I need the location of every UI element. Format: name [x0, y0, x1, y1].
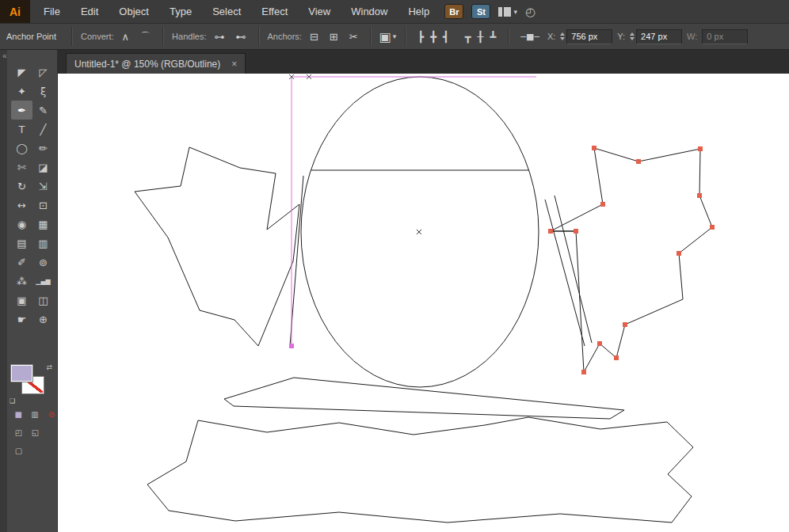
show-handles-icon[interactable]: ⊶ — [212, 29, 228, 44]
line-segment-tool[interactable]: ╱ — [32, 120, 54, 139]
menu-item-effect[interactable]: Effect — [251, 0, 298, 24]
pencil-tool[interactable]: ✏ — [32, 139, 54, 158]
free-transform-tool[interactable]: ⊡ — [32, 196, 54, 215]
direct-selection-tool[interactable]: ◸ — [32, 63, 54, 82]
scissors-tool[interactable]: ✄ — [11, 158, 32, 177]
zoom-tool[interactable]: ⊕ — [32, 310, 54, 329]
convert-corner-icon[interactable]: ∧ — [119, 29, 133, 44]
x-input[interactable] — [566, 29, 612, 44]
draw-mode-row: ◰◱ — [13, 428, 57, 438]
menu-item-file[interactable]: File — [33, 0, 71, 24]
align-bottom-button[interactable]: ┻ — [486, 29, 499, 44]
y-stepper[interactable] — [630, 32, 635, 40]
menu-items: FileEditObjectTypeSelectEffectViewWindow… — [33, 0, 440, 23]
draw-normal-button[interactable]: ◰ — [13, 428, 25, 438]
menu-item-edit[interactable]: Edit — [71, 0, 109, 24]
color-button[interactable]: ■ — [13, 409, 25, 420]
lasso-tool[interactable]: ξ — [32, 82, 54, 101]
right-star — [551, 148, 712, 372]
remove-anchor-icon[interactable]: ⊟ — [307, 29, 322, 44]
workspace-switcher[interactable]: ▾ — [498, 7, 517, 17]
mesh-tool[interactable]: ▤ — [11, 234, 32, 253]
shape-builder-tool-icon: ◉ — [17, 218, 26, 230]
artboard-dropdown[interactable]: ▣ ▾ — [379, 29, 397, 44]
w-input[interactable] — [702, 29, 748, 44]
paintbrush-tool[interactable]: ✎ — [32, 101, 54, 120]
default-fill-stroke-icon[interactable]: ❏ — [10, 397, 15, 405]
cs-live-icon[interactable]: ◴ — [525, 5, 536, 19]
rotate-tool[interactable]: ↻ — [11, 177, 32, 196]
bridge-button[interactable]: Br — [444, 4, 463, 19]
canvas-svg[interactable] — [58, 74, 789, 532]
pen-tool[interactable]: ✒ — [11, 101, 32, 120]
gradient-button[interactable]: ▥ — [29, 409, 41, 420]
screen-mode-row: ▢ — [13, 446, 57, 456]
menu-item-view[interactable]: View — [298, 0, 341, 24]
eyedropper-tool[interactable]: ✐ — [11, 253, 32, 272]
gradient-tool[interactable]: ▥ — [32, 234, 54, 253]
symbol-sprayer-tool-icon: ⁂ — [17, 276, 27, 287]
menu-item-help[interactable]: Help — [398, 0, 440, 24]
align-center-button[interactable]: ╋ — [427, 29, 440, 44]
control-bar: Anchor Point Convert: ∧ ⌒ Handles: ⊶ ⊷ A… — [0, 24, 789, 50]
y-input[interactable] — [636, 29, 682, 44]
none-button[interactable]: ⊘ — [45, 409, 57, 420]
convert-smooth-icon[interactable]: ⌒ — [137, 29, 154, 44]
tool-grid: ◤◸✦ξ✒✎T╱◯✏✄◪↻⇲↔⊡◉▦▤▥✐⊚⁂▁▄▆▣◫☛⊕ — [11, 63, 57, 329]
add-anchor-icon[interactable]: ⊞ — [326, 29, 341, 44]
hand-tool[interactable]: ☛ — [11, 310, 32, 329]
screen-mode-button[interactable]: ▢ — [13, 446, 25, 456]
column-graph-tool-icon: ▁▄▆ — [36, 278, 50, 285]
menu-item-select[interactable]: Select — [202, 0, 251, 24]
perspective-grid-tool[interactable]: ▦ — [32, 215, 54, 234]
app-logo[interactable]: Ai — [0, 0, 30, 23]
hand-tool-icon: ☛ — [17, 314, 27, 325]
artboard-tool[interactable]: ▣ — [11, 291, 32, 310]
cut-path-icon[interactable]: ✂ — [346, 29, 361, 44]
menu-item-object[interactable]: Object — [109, 0, 159, 24]
menu-item-type[interactable]: Type — [159, 0, 202, 24]
scale-tool[interactable]: ⇲ — [32, 177, 54, 196]
line-segment-tool-icon: ╱ — [40, 124, 47, 135]
selection-tool[interactable]: ◤ — [11, 63, 32, 82]
draw-behind-button[interactable]: ◱ — [29, 428, 41, 438]
menu-item-window[interactable]: Window — [341, 0, 398, 24]
anchor-point — [614, 355, 619, 360]
collapse-toolbar-button[interactable]: « — [2, 51, 7, 60]
hide-handles-icon[interactable]: ⊷ — [233, 29, 250, 44]
x-stepper[interactable] — [560, 32, 565, 40]
slice-tool[interactable]: ◫ — [32, 291, 54, 310]
w-field — [702, 29, 748, 44]
swap-fill-stroke-icon[interactable]: ⇄ — [46, 363, 52, 371]
slice-tool-icon: ◫ — [38, 294, 48, 306]
shape-builder-tool[interactable]: ◉ — [11, 215, 32, 234]
symbol-sprayer-tool[interactable]: ⁂ — [11, 272, 32, 291]
document-tab-bar: Untitled-1* @ 150% (RGB/Outline) × — [58, 50, 789, 74]
anchor-point — [697, 193, 702, 198]
y-field — [630, 29, 682, 44]
control-bar-title: Anchor Point — [6, 32, 56, 41]
align-middle-button[interactable]: ╂ — [475, 29, 487, 44]
document-tab[interactable]: Untitled-1* @ 150% (RGB/Outline) × — [66, 53, 246, 74]
type-tool[interactable]: T — [11, 120, 32, 139]
width-tool-icon: ↔ — [17, 200, 26, 211]
align-top-button[interactable]: ┳ — [462, 29, 475, 44]
canvas[interactable] — [58, 74, 789, 532]
ellipse-tool[interactable]: ◯ — [11, 139, 32, 158]
close-tab-icon[interactable]: × — [231, 59, 237, 70]
stock-button[interactable]: St — [471, 4, 490, 19]
selection-tool-icon: ◤ — [18, 66, 26, 78]
gradient-tool-icon: ▥ — [38, 238, 48, 249]
eraser-tool-icon: ◪ — [38, 162, 48, 173]
right-neck-b — [555, 196, 592, 343]
column-graph-tool[interactable]: ▁▄▆ — [32, 272, 54, 291]
pen-tool-icon: ✒ — [17, 104, 26, 116]
align-right-button[interactable]: ┫ — [440, 29, 452, 44]
blend-tool[interactable]: ⊚ — [32, 253, 54, 272]
align-left-button[interactable]: ┣ — [414, 29, 427, 44]
magic-wand-tool[interactable]: ✦ — [11, 82, 32, 101]
fill-color-swatch[interactable] — [11, 365, 32, 382]
width-tool[interactable]: ↔ — [11, 196, 32, 215]
eraser-tool[interactable]: ◪ — [32, 158, 54, 177]
convert-label: Convert: — [81, 32, 114, 41]
